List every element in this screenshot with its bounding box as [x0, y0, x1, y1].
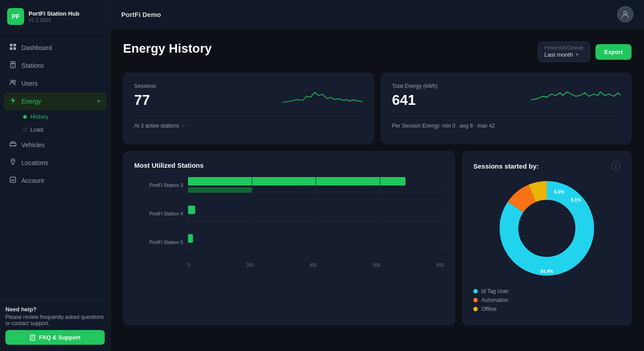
svg-rect-5 [12, 63, 14, 64]
legend-item-automation: Automation [473, 297, 620, 303]
svg-point-7 [11, 80, 13, 83]
energy-submenu: History Load [4, 110, 107, 136]
energy-footer: Per Session Energy: min 0 · avg 8 · max … [392, 116, 621, 136]
legend-item-offline: Offline [473, 306, 620, 312]
info-icon-button[interactable]: i [611, 161, 620, 170]
bar-label-3: PortFi Station 5 [134, 240, 183, 245]
sessions-label: Sessions [134, 83, 156, 89]
app-name: PortFi Station Hub [29, 10, 79, 18]
svg-rect-0 [10, 44, 12, 46]
donut-container: 84.4% 9.1% 6.5% [473, 175, 620, 282]
x-label-0: 0 [188, 263, 190, 268]
help-body: Please review frequently asked questions… [5, 314, 104, 326]
legend-dot-yellow [473, 307, 478, 311]
svg-rect-13 [10, 177, 16, 182]
legend-label-offline: Offline [481, 306, 496, 312]
grid-icon [9, 43, 17, 52]
active-dot [23, 115, 27, 119]
bar-label-1: PortFi Station 3 [134, 182, 183, 188]
sidebar-item-dashboard[interactable]: Dashboard [4, 39, 107, 57]
sidebar-item-energy[interactable]: Energy ▼ [4, 92, 107, 110]
bar-chart-card: Most Utilized Stations PortFi Station 3 [123, 151, 455, 325]
sidebar-item-locations[interactable]: Locations [4, 154, 107, 172]
faq-support-button[interactable]: FAQ & Support [5, 330, 105, 345]
donut-legend: Id Tag User Automation Offline [473, 288, 620, 315]
svg-text:84.4%: 84.4% [541, 269, 553, 274]
svg-rect-2 [10, 47, 12, 50]
sessions-sparkline [283, 83, 363, 110]
sidebar-item-label: Stations [21, 62, 44, 69]
svg-point-10 [11, 145, 12, 147]
user-avatar-button[interactable] [617, 6, 633, 22]
donut-header: Sessions started by: i [473, 161, 620, 170]
sidebar-item-load[interactable]: Load [18, 123, 107, 136]
bar-row-3: PortFi Station 5 [134, 234, 444, 250]
svg-point-11 [14, 145, 16, 147]
content-header: Energy History Period (US/Central) Last … [123, 41, 632, 62]
energy-sparkline [531, 83, 620, 110]
donut-chart-title: Sessions started by: [473, 162, 539, 170]
legend-label-automation: Automation [481, 297, 509, 303]
bar-fill-main-2 [188, 206, 195, 214]
bottom-row: Most Utilized Stations PortFi Station 3 [123, 151, 632, 325]
legend-item-idtag: Id Tag User [473, 288, 620, 294]
grid-overlay [188, 206, 444, 221]
sessions-card: Sessions 77 At 3 active stations → [123, 73, 374, 144]
bar-label-2: PortFi Station 4 [134, 211, 183, 216]
grid-overlay [188, 234, 444, 250]
bar-track-2 [188, 206, 444, 222]
period-selector[interactable]: Period (US/Central) Last month ▼ [538, 41, 590, 62]
content-area: Energy History Period (US/Central) Last … [111, 29, 644, 351]
app-version: V1.2 2023 [29, 17, 79, 23]
legend-dot-orange [473, 298, 478, 302]
station-icon [9, 61, 17, 70]
bar-chart-title: Most Utilized Stations [134, 161, 444, 169]
x-label-600: 600 [373, 263, 381, 268]
sidebar-nav: Dashboard Stations Users Energy ▼ [0, 33, 110, 299]
header-controls: Period (US/Central) Last month ▼ Export [538, 41, 632, 62]
sidebar: PF PortFi Station Hub V1.2 2023 Dashboar… [0, 0, 111, 351]
energy-card: Total Energy (kWh) 641 Per Session Energ… [381, 73, 632, 144]
svg-text:6.5%: 6.5% [554, 190, 565, 194]
sessions-footer[interactable]: At 3 active stations → [134, 116, 363, 136]
svg-rect-1 [13, 44, 16, 46]
sidebar-item-vehicles[interactable]: Vehicles [4, 136, 107, 154]
svg-rect-4 [11, 62, 15, 68]
svg-point-12 [12, 160, 14, 161]
sidebar-footer: Need help? Please review frequently aske… [0, 299, 110, 351]
bar-row-1: PortFi Station 3 [134, 177, 444, 193]
users-icon [9, 79, 17, 88]
bar-track-1 [188, 177, 444, 193]
topbar-title: PortFi Demo [121, 11, 161, 18]
bar-track-3 [188, 234, 444, 250]
x-axis: 0 200 400 600 800 [134, 263, 444, 268]
bar-fill-main-1 [188, 177, 406, 186]
sidebar-item-label: Locations [21, 159, 48, 166]
svg-point-6 [12, 66, 13, 66]
sidebar-item-label: Energy [21, 98, 41, 105]
faq-button-label: FAQ & Support [39, 334, 80, 341]
x-label-800: 800 [436, 263, 444, 268]
page-title: Energy History [123, 41, 212, 56]
svg-text:9.1%: 9.1% [571, 198, 581, 202]
donut-svg: 84.4% 9.1% 6.5% [493, 175, 600, 282]
sidebar-item-users[interactable]: Users [4, 74, 107, 92]
sidebar-item-label: Account [21, 177, 44, 184]
chevron-down-icon: ▼ [575, 52, 579, 57]
help-heading: Need help? [5, 306, 105, 313]
energy-value: 641 [392, 92, 438, 108]
bar-chart: PortFi Station 3 [134, 177, 444, 268]
bar-row-2: PortFi Station 4 [134, 206, 444, 222]
export-button[interactable]: Export [595, 44, 632, 60]
sidebar-item-history[interactable]: History [18, 110, 107, 123]
sidebar-item-label: Vehicles [21, 141, 45, 149]
inactive-dot [23, 128, 27, 132]
sidebar-sub-label: Load [30, 126, 43, 133]
period-label: Period (US/Central) [545, 45, 583, 50]
sidebar-item-stations[interactable]: Stations [4, 57, 107, 74]
svg-point-19 [519, 201, 574, 256]
stats-row: Sessions 77 At 3 active stations → Total… [123, 73, 632, 144]
svg-rect-3 [13, 47, 16, 50]
sidebar-item-account[interactable]: Account [4, 172, 107, 190]
bar-fill-secondary-1 [188, 187, 252, 193]
